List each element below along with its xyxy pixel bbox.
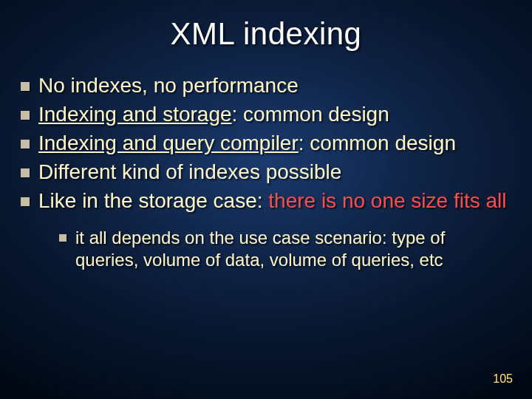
underlined-text: Indexing and storage	[38, 103, 232, 126]
square-bullet-icon	[59, 234, 66, 242]
square-bullet-icon	[21, 82, 30, 91]
bullet-item: Like in the storage case: there is no on…	[21, 188, 511, 215]
bullet-item: Different kind of indexes possible	[21, 159, 511, 186]
bullet-text: Indexing and query compiler: common desi…	[38, 130, 456, 157]
bullet-item: Indexing and query compiler: common desi…	[21, 130, 511, 157]
plain-text: : common design	[232, 103, 389, 126]
highlighted-text: there is no one size fits all	[268, 189, 506, 212]
square-bullet-icon	[21, 197, 30, 206]
square-bullet-icon	[21, 111, 30, 120]
square-bullet-icon	[21, 168, 30, 177]
sub-bullet-list: it all depends on the use case scenario:…	[21, 216, 511, 272]
bullet-text: No indexes, no performance	[38, 72, 299, 100]
page-number: 105	[493, 372, 513, 386]
sub-bullet-text: it all depends on the use case scenario:…	[75, 227, 511, 272]
bullet-item: Indexing and storage: common design	[21, 101, 511, 129]
plain-text: Like in the storage case:	[38, 189, 268, 212]
slide-body: No indexes, no performance Indexing and …	[0, 52, 532, 272]
bullet-item: No indexes, no performance	[21, 72, 511, 100]
slide: XML indexing No indexes, no performance …	[0, 0, 532, 399]
plain-text: : common design	[299, 132, 456, 154]
bullet-text: Like in the storage case: there is no on…	[38, 188, 506, 215]
bullet-text: Indexing and storage: common design	[38, 101, 389, 129]
square-bullet-icon	[21, 140, 30, 149]
underlined-text: Indexing and query compiler	[38, 132, 299, 154]
slide-title: XML indexing	[0, 0, 532, 52]
sub-bullet-item: it all depends on the use case scenario:…	[59, 227, 511, 272]
bullet-text: Different kind of indexes possible	[38, 159, 341, 186]
